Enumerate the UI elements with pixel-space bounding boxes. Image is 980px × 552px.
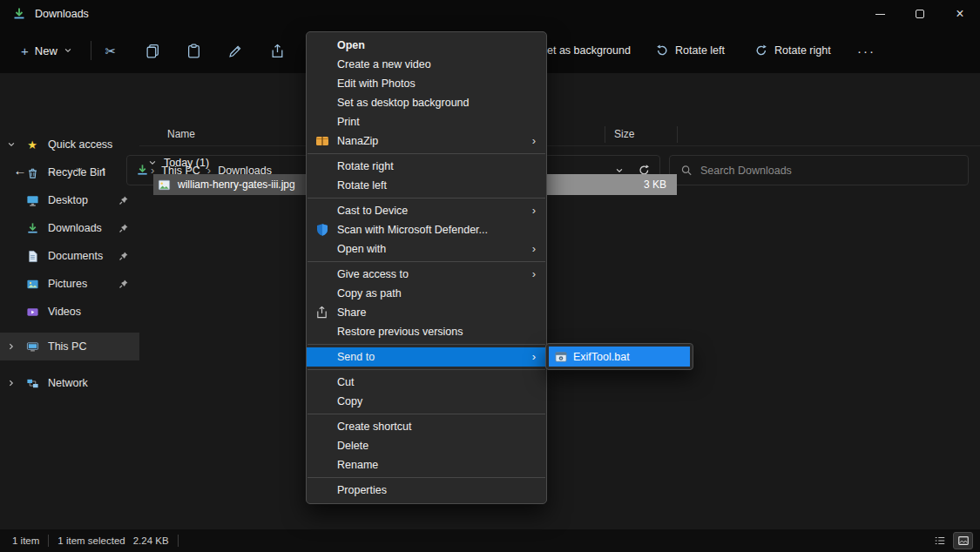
thumbnail-view-icon [957,535,970,547]
chevron-down-icon [0,140,23,149]
rotate-left-button[interactable]: Rotate left [655,28,725,73]
send-to-submenu: ExifTool.bat [545,343,693,370]
menu-separator [308,198,545,199]
titlebar: Downloads × [0,0,980,28]
sidebar-item-desktop[interactable]: Desktop [0,186,139,214]
star-icon: ★ [23,139,42,151]
sidebar-item-quick-access[interactable]: ★ Quick access [0,131,139,158]
sidebar-item-pictures[interactable]: Pictures [0,270,139,298]
pin-icon [118,195,129,205]
new-button[interactable]: + New [12,36,81,65]
menu-item-send-to[interactable]: Send to › [307,347,546,367]
minimize-button[interactable] [860,0,900,28]
submenu-arrow-icon: › [532,265,536,284]
new-button-label: New [35,44,57,57]
menu-item-restore-previous-versions[interactable]: Restore previous versions [307,322,546,341]
menu-item-print[interactable]: Print [307,112,546,131]
menu-item-cut[interactable]: Cut [307,373,546,392]
menu-item-rotate-right[interactable]: Rotate right [307,157,546,176]
menu-label: Delete [337,440,368,452]
menu-item-delete[interactable]: Delete [307,436,546,455]
sidebar-item-videos[interactable]: Videos [0,298,139,326]
menu-item-properties[interactable]: Properties [307,481,546,500]
group-header-label: Today (1) [164,157,209,169]
paste-button[interactable] [177,36,210,65]
menu-item-rotate-left[interactable]: Rotate left [307,176,546,195]
maximize-button[interactable] [900,0,940,28]
menu-label: Share [337,306,366,319]
item-count-label: 1 item [12,535,39,546]
desktop-icon [23,194,42,207]
details-view-button[interactable] [929,532,950,549]
thumbnail-view-button[interactable] [953,532,973,549]
close-button[interactable]: × [940,0,980,28]
window-title: Downloads [35,8,89,20]
menu-item-scan-with-microsoft-defender[interactable]: Scan with Microsoft Defender... [307,220,546,239]
sidebar-item-this-pc[interactable]: This PC [0,333,139,360]
sidebar-item-downloads[interactable]: Downloads [0,214,139,242]
menu-item-create-shortcut[interactable]: Create shortcut [307,417,546,436]
recycle-bin-icon [23,166,42,179]
submenu-arrow-icon: › [532,347,536,367]
menu-item-give-access-to[interactable]: Give access to › [307,265,546,284]
menu-item-share[interactable]: Share [307,303,546,322]
submenu-arrow-icon: › [532,131,536,151]
submenu-item-exiftool[interactable]: ExifTool.bat [549,347,690,367]
menu-item-create-a-new-video[interactable]: Create a new video [307,55,546,74]
cut-button[interactable]: ✂ [94,36,127,65]
menu-item-nanazip[interactable]: NanaZip › [307,131,546,151]
submenu-arrow-icon: › [532,239,536,259]
status-bar: 1 item 1 item selected 2.24 KB [0,529,980,552]
menu-separator [308,477,545,478]
chevron-right-icon [0,342,23,351]
minimize-icon [875,14,885,15]
file-size-cell: 3 KB [542,174,677,195]
statusbar-divider [48,535,49,547]
rotate-right-button[interactable]: Rotate right [754,28,831,73]
pictures-icon [23,278,42,291]
sidebar-item-network[interactable]: Network [0,369,139,397]
set-as-background-button[interactable]: et as background [547,28,631,73]
rotate-right-label: Rotate right [774,44,831,57]
pin-icon [118,279,129,289]
menu-separator [308,153,545,154]
menu-item-rename[interactable]: Rename [307,455,546,475]
group-header-today[interactable]: Today (1) [148,151,209,174]
paste-icon [186,44,201,58]
menu-label: Set as desktop background [337,97,470,109]
menu-label: Rotate left [337,179,387,192]
share-button[interactable] [260,36,294,65]
sidebar-label: Videos [48,306,81,318]
copy-button[interactable] [136,36,169,65]
menu-item-open[interactable]: Open [307,36,546,55]
more-options-button[interactable]: ··· [857,28,875,73]
rename-icon [228,44,243,58]
menu-item-set-as-desktop-background[interactable]: Set as desktop background [307,93,546,112]
statusbar-divider [178,535,179,547]
menu-label: Properties [337,484,387,496]
rename-button[interactable] [219,36,252,65]
column-divider[interactable] [605,126,605,143]
menu-separator [308,369,545,370]
menu-item-copy-as-path[interactable]: Copy as path [307,284,546,303]
nanazip-icon [315,134,329,148]
column-header-name[interactable]: Name [167,128,195,140]
menu-item-cast-to-device[interactable]: Cast to Device › [307,201,546,220]
sidebar-item-recycle-bin[interactable]: Recycle Bin [0,158,139,186]
menu-label: Cast to Device [337,205,408,217]
share-icon [315,306,328,319]
column-header-size[interactable]: Size [614,128,634,140]
menu-label: Rename [337,459,378,471]
menu-item-open-with[interactable]: Open with › [307,239,546,259]
toolbar-separator [91,41,91,60]
rotate-left-label: Rotate left [675,44,725,57]
maximize-icon [916,10,924,18]
column-divider[interactable] [677,126,678,143]
selection-info-label: 1 item selected [57,535,125,546]
column-headers: Name Size [139,122,980,146]
menu-item-copy[interactable]: Copy [307,392,546,411]
sidebar-item-documents[interactable]: Documents [0,242,139,270]
menu-label: Edit with Photos [337,77,416,90]
documents-icon [23,250,42,263]
menu-item-edit-with-photos[interactable]: Edit with Photos [307,74,546,93]
